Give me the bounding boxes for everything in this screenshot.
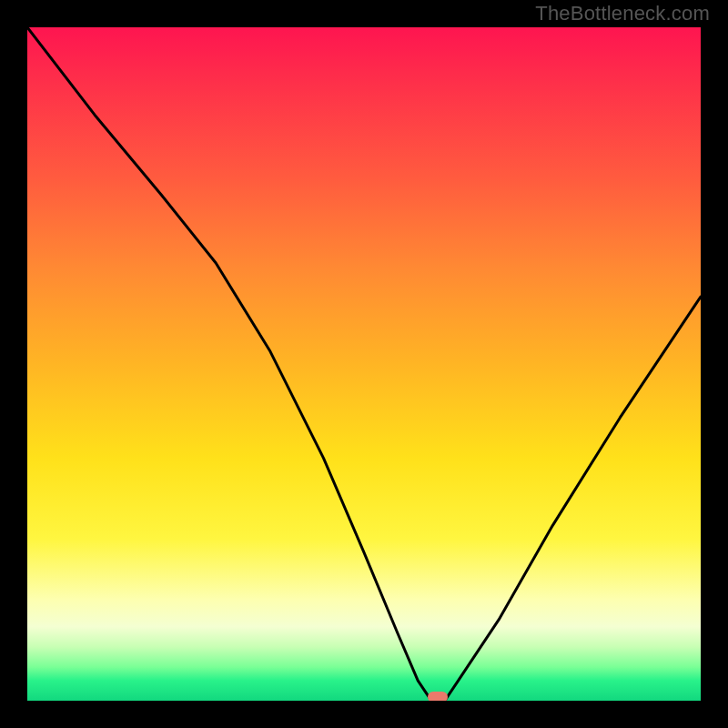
bottleneck-curve [27,27,701,701]
optimal-marker [428,692,448,701]
plot-area [27,27,701,701]
chart-frame: TheBottleneck.com [0,0,728,728]
curve-path [27,27,701,701]
watermark-text: TheBottleneck.com [535,2,710,25]
